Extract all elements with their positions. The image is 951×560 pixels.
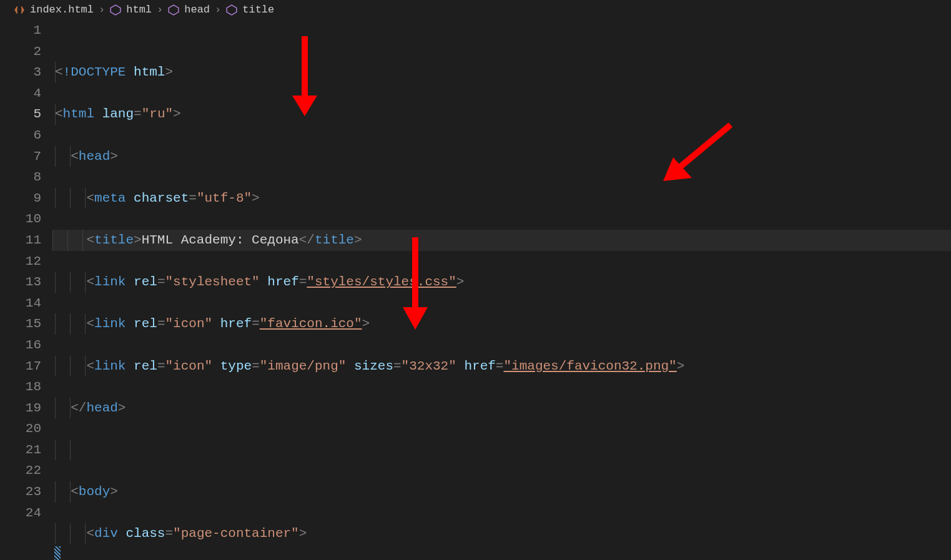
code-line[interactable]: <link rel="stylesheet" href="styles/styl… <box>55 272 951 293</box>
line-number[interactable]: 18 <box>0 376 41 398</box>
line-number[interactable]: 12 <box>0 251 41 272</box>
code-line[interactable]: <meta charset="utf-8"> <box>55 188 951 209</box>
line-number[interactable]: 1 <box>0 20 41 41</box>
code-area[interactable]: <!DOCTYPE html> <html lang="ru"> <head> … <box>55 20 951 560</box>
line-number[interactable]: 22 <box>0 460 41 481</box>
line-number[interactable]: 3 <box>0 62 41 83</box>
line-number[interactable]: 20 <box>0 418 41 440</box>
line-number[interactable]: 7 <box>0 146 41 167</box>
code-line[interactable]: <div class="page-container"> <box>55 523 951 544</box>
line-number[interactable]: 15 <box>0 313 41 335</box>
code-line[interactable]: <!DOCTYPE html> <box>55 62 951 83</box>
file-code-icon <box>14 4 25 16</box>
line-number[interactable]: 17 <box>0 356 41 377</box>
breadcrumb-segment[interactable]: title <box>242 0 274 21</box>
line-number[interactable]: 11 <box>0 230 41 251</box>
line-number[interactable]: 9 <box>0 188 41 209</box>
line-number[interactable]: 14 <box>0 293 41 314</box>
breadcrumb-file[interactable]: index.html <box>30 0 94 21</box>
code-editor[interactable]: 123456789101112131415161718192021222324 … <box>0 20 951 560</box>
line-number[interactable]: 16 <box>0 335 41 356</box>
code-line[interactable]: </head> <box>55 398 951 419</box>
line-number-gutter[interactable]: 123456789101112131415161718192021222324 <box>0 20 55 560</box>
symbol-icon <box>226 4 237 16</box>
code-line[interactable]: <html lang="ru"> <box>55 104 951 125</box>
code-line[interactable]: <title>HTML Academy: Седона</title> <box>52 230 951 251</box>
line-number[interactable]: 10 <box>0 209 41 230</box>
line-number[interactable]: 8 <box>0 167 41 188</box>
code-line[interactable]: <head> <box>55 146 951 167</box>
line-number[interactable]: 4 <box>0 83 41 104</box>
code-line[interactable]: <body> <box>55 481 951 503</box>
breadcrumb-segment[interactable]: head <box>184 0 210 21</box>
code-line[interactable] <box>55 440 951 461</box>
line-number[interactable]: 19 <box>0 398 41 419</box>
line-number[interactable]: 23 <box>0 481 41 503</box>
line-number[interactable]: 24 <box>0 503 41 524</box>
line-number[interactable]: 21 <box>0 440 41 461</box>
chevron-right-icon: › <box>99 0 105 21</box>
breadcrumb-segment[interactable]: html <box>126 0 152 21</box>
breadcrumb[interactable]: index.html › html › head › title <box>0 0 951 20</box>
symbol-icon <box>168 4 179 16</box>
line-number[interactable]: 2 <box>0 41 41 62</box>
modified-indicator-icon <box>54 546 61 560</box>
chevron-right-icon: › <box>215 0 221 21</box>
line-number[interactable]: 6 <box>0 125 41 146</box>
symbol-icon <box>110 4 121 16</box>
line-number[interactable]: 5 <box>0 104 41 125</box>
line-number[interactable]: 13 <box>0 272 41 293</box>
code-line[interactable]: <link rel="icon" href="favicon.ico"> <box>55 313 951 335</box>
code-line[interactable]: <link rel="icon" type="image/png" sizes=… <box>55 356 951 377</box>
chevron-right-icon: › <box>157 0 163 21</box>
